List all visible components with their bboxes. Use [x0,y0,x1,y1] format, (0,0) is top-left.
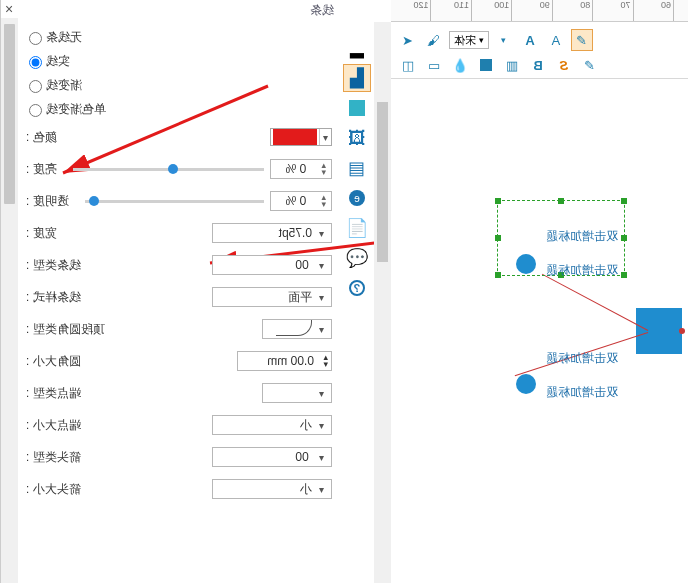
radio-gradient-label: 渐变线 [46,77,82,94]
chevron-down-icon[interactable]: ▾ [319,129,331,145]
drawing-area[interactable]: 双击增加标题 双击增加标题 双击增加标题 双击增加标题 [391,94,688,583]
fill-square-icon[interactable] [475,54,497,76]
radio-single-gradient-label: 单色渐变线 [46,101,106,118]
transparency-label: 透明度 : [26,193,69,210]
document-icon[interactable]: 📄 [343,214,371,242]
line-type-label: 线条类型 : [26,257,81,274]
radio-gradient[interactable] [29,80,42,93]
brightness-label: 亮度 : [26,161,57,178]
shape-rectangle[interactable] [636,308,682,354]
font-family-combo[interactable]: ▾ 宋体 [449,31,489,49]
node-dot[interactable] [516,254,536,274]
line-style-label: 线条样式 : [26,289,81,306]
reflect-icon[interactable]: ◫ [397,54,419,76]
corner-type-label: 顶段圆角类型 : [26,321,105,338]
arrow-type-label: 箭头类型 : [26,449,81,466]
tool-eyedrop-icon[interactable]: ✎ [579,54,601,76]
arrow-type-combo[interactable]: ▾ 00 [212,447,332,467]
palette-icon[interactable]: ▭ [423,54,445,76]
bold-icon[interactable]: B [527,54,549,76]
line-style-combo[interactable]: ▾ 平面 [212,287,332,307]
arc-preview-icon [276,320,312,336]
font-size-inc-icon[interactable]: A [519,29,541,51]
close-icon[interactable]: × [5,1,19,15]
end-type-combo[interactable]: ▾ [262,383,332,403]
line-properties-panel: 线条 × 无线条 实线 渐变线 单色渐变线 ▾ [0,0,340,583]
arrow-size-combo[interactable]: ▾ 小 [212,479,332,499]
line-type-combo[interactable]: ▾ 00 [212,255,332,275]
layer-icon[interactable]: ▥ [501,54,523,76]
pen-line-icon[interactable]: ▂ [343,34,371,62]
canvas-scrollbar-vertical[interactable] [374,22,391,583]
droplets-icon[interactable]: 💧 [449,54,471,76]
transparency-slider[interactable] [79,200,270,203]
panel-scrollbar[interactable] [1,18,18,583]
panel-title: 线条 [1,0,340,18]
radio-solid-label: 实线 [46,53,70,70]
side-icon-strip: ▂ ▟ 🖼 ▤ e 📄 💬 ? [340,0,374,583]
help-icon[interactable]: ? [343,274,371,302]
color-label: 颜色 : [26,129,57,146]
node-label[interactable]: 双击增加标题 [546,262,618,279]
bubble-icon[interactable]: 💬 [343,244,371,272]
node-label[interactable]: 双击增加标题 [546,384,618,401]
strike-icon[interactable]: S [553,54,575,76]
width-label: 宽度 : [26,225,57,242]
radio-solid[interactable] [29,56,42,69]
arrow-size-label: 箭头大小 : [26,481,81,498]
pointer-icon[interactable]: ➤ [397,29,419,51]
ruler-horizontal: 60 70 80 90 100 110 120 [391,0,688,22]
font-size-dec-icon[interactable]: A [545,29,567,51]
node-dot[interactable] [516,374,536,394]
end-size-combo[interactable]: ▾ 小 [212,415,332,435]
brush-icon[interactable]: 🖌 [423,29,445,51]
canvas-pane: 60 70 80 90 100 110 120 ✎ A A ▾ ▾ 宋体 🖌 ➤ [374,0,688,583]
corner-type-combo[interactable]: ▾ [262,319,332,339]
color-picker[interactable]: ▾ [270,128,332,146]
node-label[interactable]: 双击增加标题 [546,228,618,245]
transparency-input[interactable]: ▴▾ 0 % [270,191,332,211]
list-icon[interactable]: ▤ [343,154,371,182]
solid-fill-icon[interactable] [343,94,371,122]
brightness-slider[interactable] [67,168,270,171]
node-label[interactable]: 双击增加标题 [546,350,618,367]
width-combo[interactable]: ▾ 0.75pt [212,223,332,243]
fill-bucket-icon[interactable]: ▟ [343,64,371,92]
corner-size-input[interactable]: ▴▾ 0.00 mm [237,351,332,371]
color-swatch-red [273,129,317,145]
font-size-dropdown[interactable]: ▾ [493,29,515,51]
paint-format-button[interactable]: ✎ [571,29,593,51]
end-type-label: 端点类型 : [26,385,81,402]
brightness-input[interactable]: ▴▾ 0 % [270,159,332,179]
format-ribbon: ✎ A A ▾ ▾ 宋体 🖌 ➤ ✎ S B ▥ 💧 ▭ ◫ [391,25,688,79]
radio-single-gradient[interactable] [29,104,42,117]
web-icon[interactable]: e [343,184,371,212]
corner-size-label: 圆角大小 : [26,353,81,370]
radio-none[interactable] [29,32,42,45]
picture-icon[interactable]: 🖼 [343,124,371,152]
end-size-label: 端点大小 : [26,417,81,434]
connector-line[interactable] [542,274,648,331]
radio-none-label: 无线条 [46,29,82,46]
